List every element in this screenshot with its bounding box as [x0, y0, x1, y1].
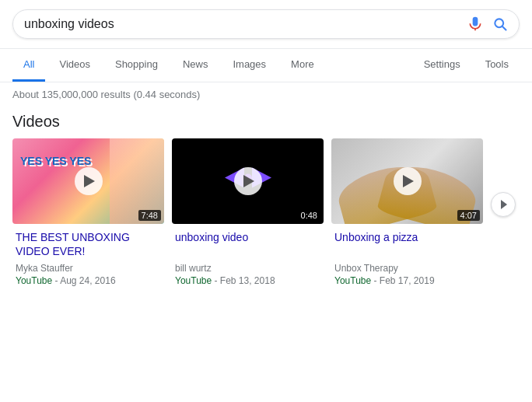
microphone-icon[interactable]	[467, 16, 483, 32]
video-thumbnail-2: 0:48	[172, 138, 324, 224]
video-card-2[interactable]: 0:48 unboxing video bill wurtz YouTube -…	[172, 138, 324, 286]
video-thumbnail-1: 7:48	[12, 138, 164, 224]
video-info-2: unboxing video bill wurtz YouTube - Feb …	[172, 224, 324, 286]
video-info-1: THE BEST UNBOXING VIDEO EVER! Myka Stauf…	[12, 224, 164, 286]
video-card-3[interactable]: 4:07 Unboxing a pizza Unbox Therapy YouT…	[331, 138, 483, 286]
youtube-label-3: YouTube	[334, 275, 371, 286]
search-bar-container	[0, 0, 532, 49]
results-info: About 135,000,000 results (0.44 seconds)	[0, 82, 532, 107]
search-icons	[467, 16, 508, 32]
youtube-label-1: YouTube	[16, 275, 52, 286]
video-source-2: YouTube - Feb 13, 2018	[175, 275, 320, 286]
video-title-2[interactable]: unboxing video	[175, 230, 320, 258]
duration-badge-1: 7:48	[138, 210, 161, 221]
tab-more[interactable]: More	[280, 49, 325, 82]
video-date-2: - Feb 13, 2018	[215, 275, 275, 286]
video-channel-1: Myka Stauffer	[16, 263, 161, 274]
videos-container: 7:48 THE BEST UNBOXING VIDEO EVER! Myka …	[0, 138, 532, 286]
video-date-1: - Aug 24, 2016	[55, 275, 116, 286]
video-channel-2: bill wurtz	[175, 263, 320, 274]
video-source-3: YouTube - Feb 17, 2019	[334, 275, 480, 286]
search-icon[interactable]	[492, 16, 508, 32]
svg-line-1	[502, 26, 506, 30]
search-input[interactable]	[24, 17, 458, 31]
duration-badge-2: 0:48	[298, 210, 320, 221]
play-triangle-2	[243, 175, 254, 187]
video-info-3: Unboxing a pizza Unbox Therapy YouTube -…	[331, 224, 483, 286]
video-title-3[interactable]: Unboxing a pizza	[334, 230, 480, 258]
next-arrow-button[interactable]	[491, 192, 516, 217]
nav-tabs: All Videos Shopping News Images More Set…	[0, 49, 532, 82]
tab-images[interactable]: Images	[222, 49, 277, 82]
tab-tools[interactable]: Tools	[474, 49, 520, 82]
tab-news[interactable]: News	[172, 49, 219, 82]
nav-left: All Videos Shopping News Images More	[12, 49, 413, 82]
play-triangle-3	[403, 175, 414, 187]
video-date-3: - Feb 17, 2019	[374, 275, 435, 286]
video-thumbnail-3: 4:07	[331, 138, 483, 224]
tab-all[interactable]: All	[12, 49, 45, 82]
section-title: Videos	[0, 107, 532, 138]
play-button-3[interactable]	[394, 167, 422, 195]
search-bar	[12, 9, 520, 39]
video-source-1: YouTube - Aug 24, 2016	[16, 275, 161, 286]
duration-badge-3: 4:07	[457, 210, 480, 221]
play-triangle-1	[84, 175, 95, 187]
play-button-1[interactable]	[75, 167, 103, 195]
video-channel-3: Unbox Therapy	[334, 263, 480, 274]
chevron-right-icon	[501, 200, 507, 209]
video-card-1[interactable]: 7:48 THE BEST UNBOXING VIDEO EVER! Myka …	[12, 138, 164, 286]
video-title-1[interactable]: THE BEST UNBOXING VIDEO EVER!	[16, 230, 161, 258]
play-button-2[interactable]	[234, 167, 262, 195]
nav-right: Settings Tools	[413, 49, 520, 82]
tab-shopping[interactable]: Shopping	[104, 49, 169, 82]
youtube-label-2: YouTube	[175, 275, 212, 286]
tab-videos[interactable]: Videos	[48, 49, 101, 82]
tab-settings[interactable]: Settings	[413, 49, 471, 82]
